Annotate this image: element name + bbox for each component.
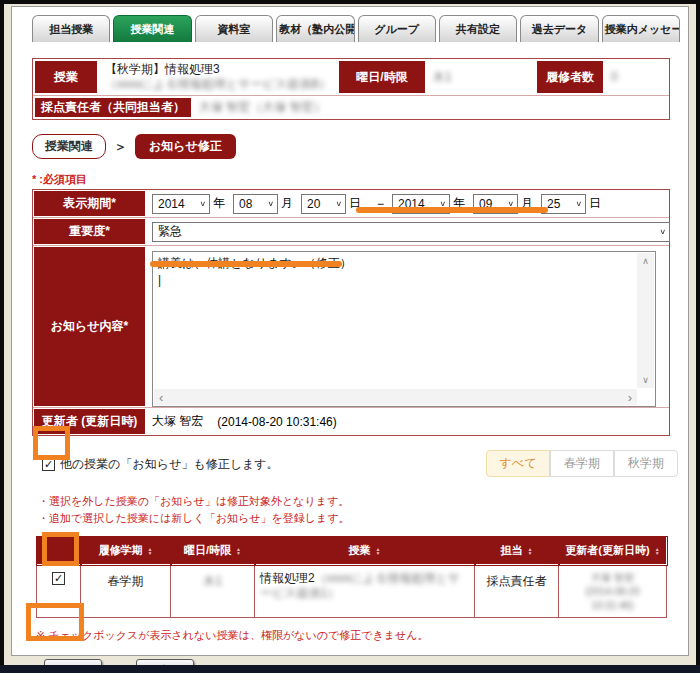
sort-icon[interactable]: ▲▼ [236,547,241,555]
class-value: 【秋学期】情報処理3 （xxxxによる情報処理とサービス提供B） [99,59,337,95]
sort-icon[interactable]: ▲▼ [376,547,381,555]
course-row: ✓ 春学期 木1 情報処理2（xxxxによる情報処理とサービス提供1） 採点責任… [37,565,667,618]
tab-jugyounai-message[interactable]: 授業内メッセージ [602,15,680,42]
importance-label: 重要度* [33,218,146,245]
importance-label-text: 重要度 [69,224,105,238]
note-line: ・追加で選択した授業には新しく「お知らせ」を登録します。 [38,510,680,527]
filter-spring-button[interactable]: 春学期 [550,450,614,477]
notice-content-text: 講義は、休講となります。（修正） | [158,255,633,289]
date-range-separator: − [377,197,384,211]
updater-datetime: (2014-08-20 10:31:46) [217,415,336,429]
sort-icon[interactable]: ▲▼ [148,547,153,555]
grader-value-redacted: 大塚 智宏（大塚 智宏） [199,99,326,116]
breadcrumb-parent-link[interactable]: 授業関連 [32,134,106,159]
importance-select[interactable]: 緊急∨ [152,222,670,242]
updater-name: 大塚 智宏 [152,413,203,430]
tab-bar: 担当授業 授業関連 資料室 教材（塾内公開） グループ 共有設定 過去データ 授… [32,15,680,42]
chevron-down-icon: ∨ [575,200,582,208]
header-charge[interactable]: 担当▲▼ [475,537,559,565]
grader-value: 大塚 智宏（大塚 智宏） [193,96,669,119]
page-title: お知らせ修正 [135,134,236,159]
header-class[interactable]: 授業▲▼ [255,537,475,565]
content-value: 講義は、休講となります。（修正） | ∧ ∨ ‹ › [146,246,669,407]
start-month-select[interactable]: 08∨ [233,194,278,214]
tab-shiryoushitsu[interactable]: 資料室 [195,15,273,42]
permission-note: ※ チェックボックスが表示されない授業は、権限がないので修正できません。 [36,628,680,643]
end-month-unit: 月 [521,195,533,212]
end-month-select[interactable]: 09∨ [473,194,518,214]
chevron-down-icon: ∨ [335,200,342,208]
day-period-value: 木1 [427,59,535,95]
grader-label: 採点責任者（共同担当者） [33,96,193,119]
class-value-visible: 【秋学期】情報処理3 [105,62,220,77]
sort-icon[interactable]: ▲▼ [528,547,533,555]
day-period-label: 曜日/時限 [337,59,427,95]
class-info-table: 授業 【秋学期】情報処理3 （xxxxによる情報処理とサービス提供B） 曜日/時… [32,58,670,120]
tab-group[interactable]: グループ [358,15,436,42]
scroll-up-icon[interactable]: ∧ [642,256,649,266]
importance-value: 緊急∨ [146,218,676,245]
course-day-period: 木1 [171,565,255,618]
horizontal-scrollbar[interactable]: ‹ › [154,389,637,405]
scroll-right-icon[interactable]: › [628,390,632,405]
chevron-down-icon: ∨ [267,200,274,208]
start-day-select[interactable]: 20∨ [301,194,346,214]
enrolled-label: 履修者数 [535,59,605,95]
header-checkbox-column [37,537,81,565]
period-required-mark: * [111,196,116,210]
end-day-unit: 日 [589,195,601,212]
apply-other-courses-checkbox[interactable]: ✓ [42,458,55,471]
filter-fall-button[interactable]: 秋学期 [614,450,678,477]
day-period-value-redacted: 木1 [433,69,452,86]
content-row: お知らせ内容* 講義は、休講となります。（修正） | ∧ ∨ ‹ › [33,245,669,407]
course-charge: 採点責任者 [475,565,559,618]
course-updater-name-redacted: 大塚 智宏 [564,571,661,585]
tab-jugyou-kanren[interactable]: 授業関連 [113,15,191,42]
required-fields-note: * :必須項目 [32,172,680,187]
period-label: 表示期間* [33,190,146,217]
note-line: ・選択を外した授業の「お知らせ」は修正対象外となります。 [38,493,680,510]
start-year-select[interactable]: 2014∨ [152,194,210,214]
breadcrumb-separator-icon: ＞ [114,138,127,156]
class-info-row-2: 採点責任者（共同担当者） 大塚 智宏（大塚 智宏） [33,95,669,119]
end-year-select[interactable]: 2014∨ [392,194,450,214]
vertical-scrollbar[interactable]: ∧ ∨ [637,253,654,388]
chevron-down-icon: ∨ [507,200,514,208]
start-year-unit: 年 [213,195,225,212]
chevron-down-icon: ∨ [439,200,446,208]
courses-table: 履修学期▲▼ 曜日/時限▲▼ 授業▲▼ 担当▲▼ 更新者(更新日時)▲▼ ✓ 春… [36,536,667,618]
updater-row: 更新者 (更新日時) 大塚 智宏 (2014-08-20 10:31:46) [33,407,669,435]
end-year-unit: 年 [453,195,465,212]
header-semester[interactable]: 履修学期▲▼ [81,537,171,565]
tab-kyouyuu-settei[interactable]: 共有設定 [439,15,517,42]
chevron-down-icon: ∨ [659,228,666,236]
start-month-unit: 月 [281,195,293,212]
course-row-checkbox[interactable]: ✓ [52,572,65,585]
apply-other-courses: ✓ 他の授業の「お知らせ」も修正します。 [42,456,279,473]
importance-row: 重要度* 緊急∨ [33,217,669,245]
tab-kako-data[interactable]: 過去データ [520,15,598,42]
notice-content-textarea[interactable]: 講義は、休講となります。（修正） | ∧ ∨ ‹ › [152,251,656,407]
tab-kyouzai[interactable]: 教材（塾内公開） [276,15,354,42]
filter-all-button[interactable]: すべて [486,450,550,477]
header-day-period[interactable]: 曜日/時限▲▼ [171,537,255,565]
content-label-text: お知らせ内容 [51,319,124,333]
enrolled-value-redacted: 0 [611,70,618,84]
course-row-checkbox-cell: ✓ [37,565,81,618]
sort-icon[interactable]: ▲▼ [655,547,660,555]
updater-value: 大塚 智宏 (2014-08-20 10:31:46) [146,408,669,435]
header-updater[interactable]: 更新者(更新日時)▲▼ [559,537,667,565]
end-day-select[interactable]: 25∨ [541,194,586,214]
enrolled-value: 0 [605,59,669,95]
main-panel: 担当授業 授業関連 資料室 教材（塾内公開） グループ 共有設定 過去データ 授… [11,6,689,656]
course-day-redacted: 木1 [203,574,222,588]
period-value: 2014∨ 年 08∨ 月 20∨ 日 − 2014∨ 年 09∨ 月 25∨ … [146,190,669,217]
scroll-down-icon[interactable]: ∨ [642,375,649,385]
other-courses-row: ✓ 他の授業の「お知らせ」も修正します。 すべて 春学期 秋学期 [32,450,678,477]
scroll-left-icon[interactable]: ‹ [159,390,163,405]
period-row: 表示期間* 2014∨ 年 08∨ 月 20∨ 日 − 2014∨ 年 09∨ … [33,190,669,217]
course-class-visible: 情報処理2 [260,571,315,585]
tab-tantou-jugyou[interactable]: 担当授業 [32,15,110,42]
bottom-bar [0,665,700,673]
semester-filter-group: すべて 春学期 秋学期 [486,450,678,477]
